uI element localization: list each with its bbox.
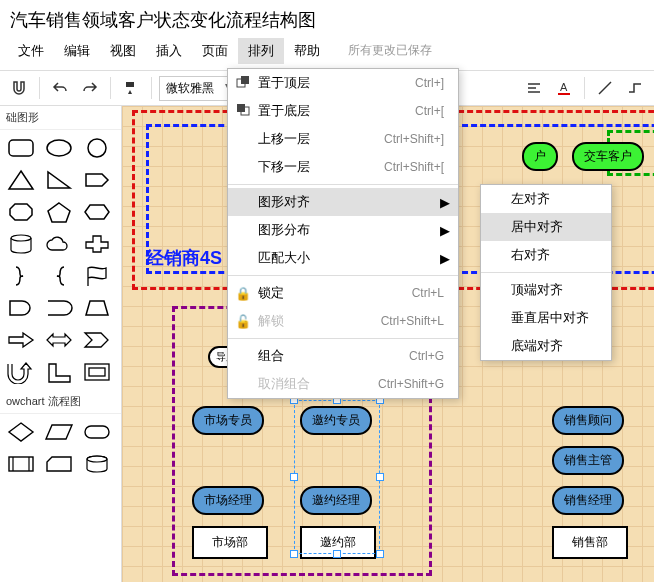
line-icon[interactable] (592, 75, 618, 101)
shape-frame[interactable] (80, 358, 114, 386)
shape-triangle[interactable] (4, 166, 38, 194)
arrange-menu-item-3[interactable]: 下移一层Ctrl+Shift+[ (228, 153, 458, 181)
node-shichang-bu[interactable]: 市场部 (192, 526, 268, 559)
selection-box (294, 400, 380, 554)
shape-and[interactable] (4, 294, 38, 322)
align-icon[interactable] (521, 75, 547, 101)
shape-diamond[interactable] (4, 418, 38, 446)
svg-point-6 (11, 235, 31, 241)
palette-basic-title: 础图形 (0, 106, 121, 130)
arrange-menu-item-5[interactable]: 图形对齐▶ (228, 188, 458, 216)
sel-handle[interactable] (290, 550, 298, 558)
align-submenu-item-4[interactable]: 顶端对齐 (481, 276, 611, 304)
shape-card[interactable] (42, 450, 76, 478)
sel-handle[interactable] (290, 473, 298, 481)
palette-flow (0, 414, 121, 482)
connector-icon[interactable] (622, 75, 648, 101)
menu-help[interactable]: 帮助 (284, 38, 330, 64)
shape-ellipse[interactable] (42, 134, 76, 162)
svg-rect-0 (126, 82, 134, 87)
node-xiaoshou-bu[interactable]: 销售部 (552, 526, 628, 559)
region-label: 经销商4S (146, 246, 222, 270)
undo-icon[interactable] (47, 75, 73, 101)
align-submenu-item-0[interactable]: 左对齐 (481, 185, 611, 213)
arrange-menu-item-7[interactable]: 匹配大小▶ (228, 244, 458, 272)
shape-circle[interactable] (80, 134, 114, 162)
arrange-menu-item-9[interactable]: 🔒锁定Ctrl+L (228, 279, 458, 307)
shape-parallelogram[interactable] (42, 418, 76, 446)
sel-handle[interactable] (376, 473, 384, 481)
shape-sidebar: 础图形 owchart 流程图 (0, 106, 122, 582)
svg-text:A: A (560, 81, 568, 93)
shape-uarrow[interactable] (4, 358, 38, 386)
arrange-menu-item-2[interactable]: 上移一层Ctrl+Shift+] (228, 125, 458, 153)
node-shichang-jl[interactable]: 市场经理 (192, 486, 264, 515)
shape-halfround[interactable] (42, 294, 76, 322)
shape-terminator[interactable] (80, 418, 114, 446)
sel-handle[interactable] (376, 550, 384, 558)
shape-lshape[interactable] (42, 358, 76, 386)
arrange-menu-item-13: 取消组合Ctrl+Shift+G (228, 370, 458, 398)
align-submenu-item-2[interactable]: 右对齐 (481, 241, 611, 269)
shape-octagon[interactable] (4, 198, 38, 226)
shape-cloud[interactable] (42, 230, 76, 258)
shape-hexagon[interactable] (80, 198, 114, 226)
svg-rect-2 (558, 93, 570, 95)
arrange-menu-item-0[interactable]: 置于顶层Ctrl+] (228, 69, 458, 97)
redo-icon[interactable] (77, 75, 103, 101)
shape-chevron[interactable] (80, 326, 114, 354)
shape-db2[interactable] (80, 450, 114, 478)
align-submenu-item-6[interactable]: 底端对齐 (481, 332, 611, 360)
shape-trapezoid[interactable] (80, 294, 114, 322)
menu-page[interactable]: 页面 (192, 38, 238, 64)
arrange-menu-item-12[interactable]: 组合Ctrl+G (228, 342, 458, 370)
node-shichang-zy[interactable]: 市场专员 (192, 406, 264, 435)
menubar: 文件 编辑 视图 插入 页面 排列 帮助 所有更改已保存 (0, 36, 654, 70)
svg-point-4 (47, 140, 71, 156)
node-hu[interactable]: 户 (522, 142, 558, 171)
menu-file[interactable]: 文件 (8, 38, 54, 64)
menu-edit[interactable]: 编辑 (54, 38, 100, 64)
sel-handle[interactable] (333, 550, 341, 558)
shape-arrow-r[interactable] (4, 326, 38, 354)
svg-rect-8 (89, 368, 105, 376)
arrange-menu-item-6[interactable]: 图形分布▶ (228, 216, 458, 244)
svg-rect-9 (85, 426, 109, 438)
svg-point-13 (87, 456, 107, 462)
document-title: 汽车销售领域客户状态变化流程结构图 (0, 0, 654, 36)
arrange-menu: 置于顶层Ctrl+]置于底层Ctrl+[上移一层Ctrl+Shift+]下移一层… (227, 68, 459, 399)
shape-pentagon[interactable] (42, 198, 76, 226)
shape-rounded-rect[interactable] (4, 134, 38, 162)
shape-pentagon-arrow[interactable] (80, 166, 114, 194)
menu-arrange[interactable]: 排列 (238, 38, 284, 64)
magnet-icon[interactable] (6, 75, 32, 101)
arrange-menu-item-10: 🔓解锁Ctrl+Shift+L (228, 307, 458, 335)
node-xiaoshou-gw[interactable]: 销售顾问 (552, 406, 624, 435)
align-submenu-item-1[interactable]: 居中对齐 (481, 213, 611, 241)
svg-rect-17 (237, 104, 245, 112)
shape-cylinder[interactable] (4, 230, 38, 258)
svg-rect-3 (9, 140, 33, 156)
svg-point-5 (88, 139, 106, 157)
font-select[interactable]: 微软雅黑 (159, 76, 235, 101)
arrange-menu-item-1[interactable]: 置于底层Ctrl+[ (228, 97, 458, 125)
node-xiaoshou-jl[interactable]: 销售经理 (552, 486, 624, 515)
shape-arrow-lr[interactable] (42, 326, 76, 354)
palette-flow-title: owchart 流程图 (0, 390, 121, 414)
text-color-icon[interactable]: A (551, 75, 577, 101)
menu-view[interactable]: 视图 (100, 38, 146, 64)
shape-flag[interactable] (80, 262, 114, 290)
shape-process2[interactable] (4, 450, 38, 478)
align-submenu: 左对齐居中对齐右对齐顶端对齐垂直居中对齐底端对齐 (480, 184, 612, 361)
node-xiaoshou-zg[interactable]: 销售主管 (552, 446, 624, 475)
shape-cross[interactable] (80, 230, 114, 258)
shape-brace-r[interactable] (4, 262, 38, 290)
palette-basic (0, 130, 121, 390)
menu-insert[interactable]: 插入 (146, 38, 192, 64)
align-submenu-item-5[interactable]: 垂直居中对齐 (481, 304, 611, 332)
shape-rtriangle[interactable] (42, 166, 76, 194)
shape-brace-l[interactable] (42, 262, 76, 290)
node-jiaoche[interactable]: 交车客户 (572, 142, 644, 171)
svg-rect-15 (241, 76, 249, 84)
format-painter-icon[interactable] (118, 75, 144, 101)
